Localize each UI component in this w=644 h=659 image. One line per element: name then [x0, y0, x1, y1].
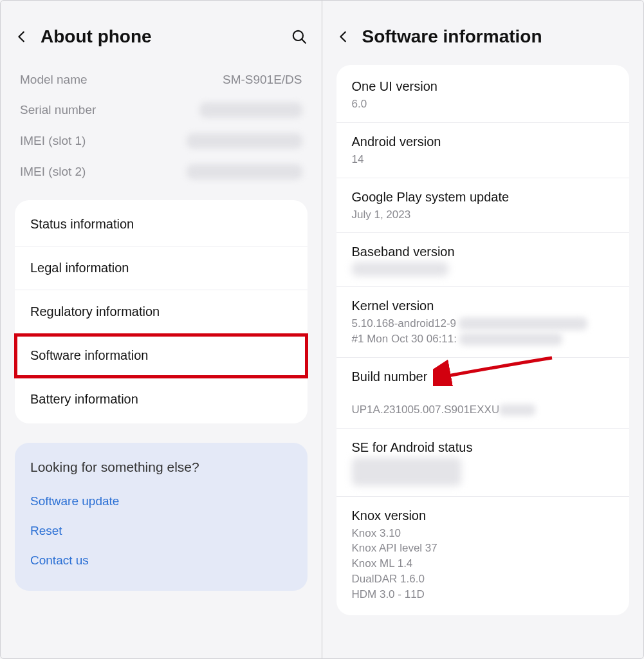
suggestions-card: Looking for something else? Software upd…: [15, 443, 308, 591]
baseband-version-item[interactable]: Baseband version: [336, 233, 630, 287]
knox-version-item[interactable]: Knox version Knox 3.10 Knox API level 37…: [336, 497, 630, 613]
build-number-text: UP1A.231005.007.S901EXXU: [352, 404, 500, 416]
kernel-version-item[interactable]: Kernel version 5.10.168-android12-9 #1 M…: [336, 287, 630, 358]
baseband-version-label: Baseband version: [352, 245, 614, 259]
build-number-label: Build number: [352, 369, 614, 384]
software-details-card: One UI version 6.0 Android version 14 Go…: [336, 65, 630, 615]
imei-slot2-value-redacted: [187, 164, 302, 180]
back-icon[interactable]: [336, 30, 351, 44]
one-ui-version-label: One UI version: [352, 79, 614, 94]
header: About phone: [15, 1, 308, 65]
kernel-version-line2: #1 Mon Oct 30 06:11:: [352, 331, 457, 347]
kernel-version-line1: 5.10.168-android12-9: [352, 316, 457, 331]
google-play-update-value: July 1, 2023: [352, 207, 614, 223]
page-title: Software information: [362, 26, 630, 47]
device-info-section: Model name SM-S901E/DS Serial number IME…: [15, 65, 308, 187]
svg-line-1: [302, 39, 305, 42]
knox-version-value: Knox 3.10 Knox API level 37 Knox ML 1.4 …: [352, 526, 614, 602]
kernel-version-label: Kernel version: [352, 299, 614, 313]
header: Software information: [336, 1, 630, 65]
info-links-card: Status information Legal information Reg…: [15, 200, 308, 423]
serial-number-row: Serial number: [15, 95, 308, 125]
page-title: About phone: [41, 26, 279, 47]
se-android-status-item[interactable]: SE for Android status: [336, 429, 630, 497]
imei-slot1-value-redacted: [187, 133, 302, 149]
about-phone-screen: About phone Model name SM-S901E/DS Seria…: [1, 1, 322, 658]
build-number-value: UP1A.231005.007.S901EXXU: [352, 387, 614, 418]
imei-slot2-row: IMEI (slot 2): [15, 156, 308, 187]
legal-information-item[interactable]: Legal information: [15, 246, 308, 290]
serial-number-label: Serial number: [20, 103, 96, 117]
model-name-value: SM-S901E/DS: [223, 73, 302, 87]
back-icon[interactable]: [15, 30, 29, 44]
one-ui-version-value: 6.0: [352, 97, 614, 112]
se-android-status-label: SE for Android status: [352, 440, 614, 455]
baseband-version-value-redacted: [352, 262, 448, 276]
one-ui-version-item[interactable]: One UI version 6.0: [336, 68, 630, 123]
imei-slot1-label: IMEI (slot 1): [20, 134, 86, 148]
android-version-value: 14: [352, 152, 614, 167]
kernel-redacted-1: [459, 317, 587, 330]
android-version-item[interactable]: Android version 14: [336, 123, 630, 178]
model-name-row: Model name SM-S901E/DS: [15, 65, 308, 95]
model-name-label: Model name: [20, 73, 87, 87]
android-version-label: Android version: [352, 135, 614, 149]
suggestions-title: Looking for something else?: [30, 459, 292, 475]
status-information-item[interactable]: Status information: [15, 203, 308, 246]
reset-link[interactable]: Reset: [30, 516, 292, 546]
google-play-update-item[interactable]: Google Play system update July 1, 2023: [336, 178, 630, 234]
search-icon[interactable]: [291, 28, 308, 45]
google-play-update-label: Google Play system update: [352, 190, 614, 205]
build-number-redacted: [499, 404, 535, 416]
serial-number-value-redacted: [199, 102, 302, 118]
contact-us-link[interactable]: Contact us: [30, 546, 292, 575]
kernel-redacted-2: [459, 333, 562, 346]
build-number-item[interactable]: Build number UP1A.231005.007.S901EXXU: [336, 358, 630, 429]
software-information-item[interactable]: Software information: [15, 334, 308, 378]
imei-slot1-row: IMEI (slot 1): [15, 125, 308, 156]
knox-version-label: Knox version: [352, 508, 614, 523]
software-information-screen: Software information One UI version 6.0 …: [322, 1, 644, 658]
se-android-status-value-redacted: [352, 458, 461, 486]
regulatory-information-item[interactable]: Regulatory information: [15, 290, 308, 334]
imei-slot2-label: IMEI (slot 2): [20, 165, 86, 179]
software-update-link[interactable]: Software update: [30, 487, 292, 516]
battery-information-item[interactable]: Battery information: [15, 378, 308, 421]
